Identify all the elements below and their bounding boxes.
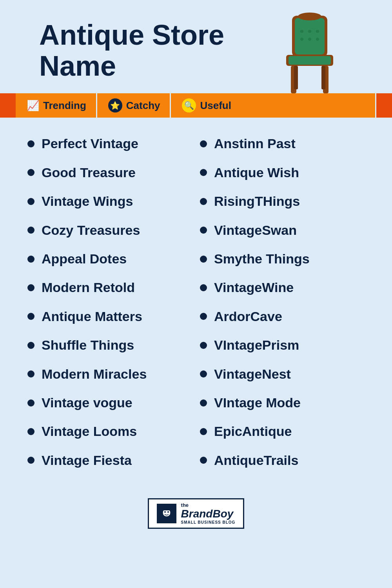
item-text: AntiqueTrails — [214, 453, 298, 468]
bullet-icon — [27, 370, 34, 377]
item-text: VintageWine — [214, 280, 294, 295]
left-column: Perfect Vintage Good Treasure Vintage Wi… — [24, 129, 196, 475]
list-item: Appeal Dotes — [24, 245, 196, 273]
chair-illustration — [274, 12, 345, 98]
right-column: Anstinn Past Antique Wish RisingTHings V… — [196, 129, 368, 475]
list-item: EpicAntique — [196, 417, 368, 446]
svg-point-13 — [308, 38, 311, 41]
catchy-icon: ⭐ — [108, 98, 122, 113]
item-text: Shuffle Things — [42, 338, 134, 352]
bullet-icon — [27, 227, 34, 234]
brand-name-label: BrandBoy — [181, 508, 236, 520]
item-text: Smythe Things — [214, 252, 310, 266]
svg-point-11 — [316, 30, 319, 33]
bullet-icon — [27, 457, 34, 464]
item-text: Vintage Fiesta — [42, 453, 132, 468]
bullet-icon — [200, 227, 207, 234]
tab-useful-label: Useful — [200, 100, 231, 112]
svg-rect-3 — [289, 56, 331, 65]
list-item: Perfect Vintage — [24, 129, 196, 158]
bullet-icon — [27, 342, 34, 349]
item-text: VintageNest — [214, 367, 291, 381]
svg-point-9 — [300, 30, 303, 33]
list-item: VintageSwan — [196, 216, 368, 245]
item-text: Vintage vogue — [42, 396, 132, 410]
bullet-icon — [200, 198, 207, 205]
list-item: Anstinn Past — [196, 129, 368, 158]
item-text: Perfect Vintage — [42, 136, 138, 151]
bullet-icon — [200, 342, 207, 349]
footer: the BrandBoy SMALL BUSINESS BLOG — [0, 490, 392, 541]
item-text: Antique Wish — [214, 165, 299, 180]
bullet-icon — [200, 457, 207, 464]
header-section: Antique Store Name — [0, 0, 392, 89]
bullet-icon — [27, 140, 34, 147]
tab-trending[interactable]: 📈 Trending — [16, 93, 97, 118]
list-item: Modern Retold — [24, 273, 196, 302]
item-text: VIntage Mode — [214, 396, 301, 410]
svg-rect-20 — [164, 507, 169, 509]
brand-icon — [157, 504, 176, 523]
tab-catchy-label: Catchy — [126, 100, 160, 112]
list-item: Vintage Fiesta — [24, 446, 196, 475]
list-item: Good Treasure — [24, 158, 196, 187]
nav-accent-right — [376, 93, 392, 118]
list-item: Modern Miracles — [24, 360, 196, 388]
item-text: VintageSwan — [214, 223, 297, 238]
brand-the-label: the — [181, 503, 236, 508]
item-text: Vintage Wings — [42, 194, 133, 209]
item-text: Antique Matters — [42, 309, 142, 324]
list-item: Antique Wish — [196, 158, 368, 187]
list-item: ArdorCave — [196, 302, 368, 331]
svg-point-8 — [298, 13, 321, 20]
item-text: ArdorCave — [214, 309, 282, 324]
item-text: Modern Miracles — [42, 367, 147, 381]
list-item: AntiqueTrails — [196, 446, 368, 475]
list-item: Smythe Things — [196, 245, 368, 273]
list-item: Antique Matters — [24, 302, 196, 331]
list-item: VIntage Mode — [196, 388, 368, 417]
bullet-icon — [27, 198, 34, 205]
brand-badge: the BrandBoy SMALL BUSINESS BLOG — [148, 498, 245, 529]
bullet-icon — [200, 256, 207, 263]
svg-point-10 — [308, 30, 311, 33]
bullet-icon — [27, 399, 34, 407]
content-section: Perfect Vintage Good Treasure Vintage Wi… — [0, 118, 392, 490]
nav-accent-left — [0, 93, 16, 118]
brand-text: the BrandBoy SMALL BUSINESS BLOG — [181, 503, 236, 524]
svg-point-17 — [164, 511, 166, 513]
item-text: Appeal Dotes — [42, 252, 127, 266]
svg-point-18 — [167, 511, 169, 513]
useful-icon: 🔍 — [182, 98, 196, 113]
page-wrapper: Antique Store Name — [0, 0, 392, 588]
list-item: RisingTHings — [196, 187, 368, 216]
list-item: VintageWine — [196, 273, 368, 302]
svg-point-12 — [300, 38, 303, 41]
bullet-icon — [27, 284, 34, 291]
list-item: Vintage vogue — [24, 388, 196, 417]
bullet-icon — [27, 313, 34, 320]
list-item: Vintage Wings — [24, 187, 196, 216]
bullet-icon — [200, 284, 207, 291]
list-item: Vintage Looms — [24, 417, 196, 446]
svg-point-14 — [316, 38, 319, 41]
bullet-icon — [200, 140, 207, 147]
list-item: VintageNest — [196, 360, 368, 388]
tab-useful[interactable]: 🔍 Useful — [171, 93, 376, 118]
bullet-icon — [27, 428, 34, 435]
item-text: VIntagePrism — [214, 338, 299, 352]
item-text: EpicAntique — [214, 424, 292, 439]
bullet-icon — [27, 256, 34, 263]
bullet-icon — [27, 169, 34, 176]
bullet-icon — [200, 313, 207, 320]
svg-rect-6 — [294, 66, 298, 89]
bullet-icon — [200, 169, 207, 176]
brand-sub-label: SMALL BUSINESS BLOG — [181, 520, 236, 524]
item-text: Cozy Treasures — [42, 223, 140, 238]
list-item: VIntagePrism — [196, 331, 368, 359]
trending-icon: 📈 — [27, 100, 39, 112]
tab-catchy[interactable]: ⭐ Catchy — [97, 93, 171, 118]
svg-rect-7 — [321, 66, 325, 89]
item-text: Vintage Looms — [42, 424, 137, 439]
bullet-icon — [200, 399, 207, 407]
